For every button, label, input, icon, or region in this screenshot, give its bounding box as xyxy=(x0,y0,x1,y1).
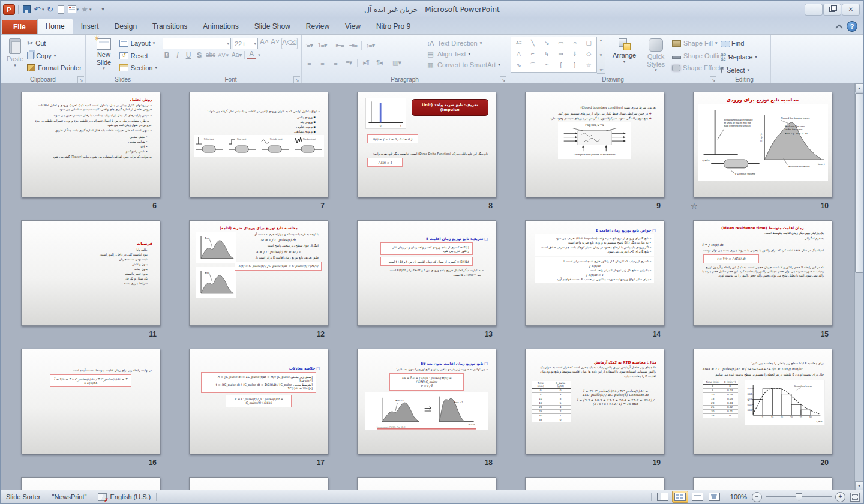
clear-formatting-button[interactable]: A⌫ xyxy=(281,38,298,49)
slide-thumbnail-12[interactable]: محاسبه تابع توزیع برای ورودی ضربه (ادامه… xyxy=(189,220,328,326)
rounded-rectangle-shape-icon[interactable]: ▢ xyxy=(586,40,592,46)
font-size-combobox[interactable]: 22+▾ xyxy=(233,38,258,49)
zoom-in-button[interactable]: + xyxy=(835,492,845,502)
arc-shape-icon[interactable]: ⌒ xyxy=(530,61,536,70)
dropdown-icon[interactable]: ▾ xyxy=(89,7,92,12)
slide-thumbnail-partial[interactable] xyxy=(21,477,160,490)
align-left-icon[interactable]: ≡ xyxy=(304,59,314,67)
scroll-down-icon[interactable]: ▼ xyxy=(599,53,603,57)
align-text-button[interactable]: ▤Align Text▾ xyxy=(425,49,500,59)
scroll-up-icon[interactable]: ▲ xyxy=(599,38,603,42)
powerpoint-logo-icon[interactable]: P xyxy=(3,4,15,15)
scrollbar-thumb[interactable] xyxy=(855,93,863,273)
slide-sorter-area[interactable]: روش تحلیل– در روشهای کنترل مبتنی بر مدل،… xyxy=(1,83,854,490)
scribble-shape-icon[interactable]: ∿ xyxy=(516,62,521,68)
zoom-slider-thumb[interactable] xyxy=(796,493,802,501)
slide-thumbnail-10[interactable]: محاسبه تابع توزیع برای ورودی Instantaneo… xyxy=(693,92,832,197)
justify-icon[interactable]: ≡▾ xyxy=(344,59,353,67)
theme-status[interactable]: "NewsPrint" xyxy=(46,490,92,503)
redo-icon[interactable]: ↻ xyxy=(46,4,55,15)
text-box-shape-icon[interactable]: A≡ xyxy=(516,40,522,46)
customize-qat-icon[interactable]: ▾ xyxy=(98,4,108,15)
right-brace-shape-icon[interactable]: } xyxy=(574,62,575,68)
fit-to-window-button[interactable] xyxy=(850,493,860,502)
slide-thumbnail-14[interactable]: □ خواص تابع توزیع زمان اقامت E– تابع E ب… xyxy=(525,220,664,326)
slide-thumbnail-13[interactable]: □ تعریف: تابع توزیع زمان اقامت EE(t) = ک… xyxy=(357,220,496,326)
align-right-icon[interactable]: ≡ xyxy=(331,59,340,67)
clipboard-dialog-launcher-icon[interactable]: ↘ xyxy=(77,76,84,83)
tab-animations[interactable]: Animations xyxy=(195,19,246,34)
minimize-ribbon-icon[interactable] xyxy=(835,24,843,32)
animation-indicator-star-icon[interactable]: ☆ xyxy=(691,202,698,211)
line-shape-icon[interactable]: ╲ xyxy=(531,40,535,46)
scroll-up-arrow-icon[interactable]: ▲ xyxy=(855,83,863,92)
slide-thumbnail-9[interactable]: تعریف: شرط مرزی بسته (Closed boundary co… xyxy=(525,92,664,197)
text-shadow-button[interactable]: S xyxy=(195,51,203,59)
left-to-right-icon[interactable]: ▸¶ xyxy=(361,59,371,67)
slide-show-button[interactable] xyxy=(707,491,722,502)
restore-button[interactable] xyxy=(823,4,841,16)
slide-thumbnail-8[interactable]: 0tتعریف: تابع ضربه واحد (Unit Impulse)δ(… xyxy=(357,92,496,197)
right-to-left-icon[interactable]: ¶◂ xyxy=(374,59,384,67)
slide-thumbnail-15[interactable]: زمان اقامت متوسط (Mean residence time)یک… xyxy=(693,220,832,326)
tab-insert[interactable]: Insert xyxy=(73,19,107,34)
tab-design[interactable]: Design xyxy=(107,19,145,34)
slide-thumbnail-partial[interactable] xyxy=(525,477,664,490)
convert-to-smartart-button[interactable]: ▦Convert to SmartArt▾ xyxy=(425,59,500,70)
tab-nitro-pro-9[interactable]: Nitro Pro 9 xyxy=(368,19,418,34)
tab-file[interactable]: File xyxy=(2,20,37,34)
left-brace-shape-icon[interactable]: { xyxy=(560,62,562,68)
bold-button[interactable]: B xyxy=(163,51,171,59)
slide-thumbnail-11[interactable]: فرضیاتحالت پایانبود انباشت کلی در داخل ر… xyxy=(21,220,160,326)
view-status[interactable]: Slide Sorter xyxy=(1,490,46,503)
line-spacing-icon[interactable]: ↕≡▾ xyxy=(365,41,375,49)
increase-indent-icon[interactable]: ⇥≡ xyxy=(348,41,358,49)
slide-sorter-view-button[interactable] xyxy=(672,491,688,503)
section-button[interactable]: Section▾ xyxy=(119,62,157,73)
font-name-combobox[interactable]: ▾ xyxy=(163,38,231,49)
rectangle-shape-icon[interactable]: ▭ xyxy=(558,40,563,46)
dropdown-icon[interactable]: ▾ xyxy=(77,7,79,12)
decrease-indent-icon[interactable]: ⇤≡ xyxy=(335,41,344,49)
help-icon[interactable]: ? xyxy=(847,21,857,32)
shapes-gallery[interactable]: A≡ ╲ ↘ ▭ ○ ▢ △ ⌐ ↳ ⇒ ⇓ ◇ ∿ ⌒ ~ xyxy=(511,37,597,73)
shrink-font-button[interactable]: A˅ xyxy=(271,38,280,49)
undo-dropdown-icon[interactable]: ▾ xyxy=(42,7,44,12)
zoom-percentage[interactable]: 100% xyxy=(725,493,752,500)
layout-button[interactable]: Layout▾ xyxy=(119,38,157,49)
slide-thumbnail-19[interactable]: مثال: محاسبه RTD به کمک آزمایشداده های ز… xyxy=(525,349,664,454)
paragraph-dialog-launcher-icon[interactable]: ↘ xyxy=(500,76,506,83)
align-center-icon[interactable]: ≡ xyxy=(317,59,327,67)
oval-shape-icon[interactable]: ○ xyxy=(573,40,577,46)
grow-font-button[interactable]: A˄ xyxy=(260,38,269,49)
reset-button[interactable]: ↺Reset xyxy=(119,50,157,61)
underline-button[interactable]: U xyxy=(184,51,193,59)
font-dialog-launcher-icon[interactable]: ↘ xyxy=(293,76,300,83)
elbow-connector-icon[interactable]: ⌐ xyxy=(531,50,535,57)
strikethrough-button[interactable]: abc xyxy=(206,52,215,58)
vertical-scrollbar[interactable]: ▲ ▼ xyxy=(854,83,863,490)
replace-button[interactable]: abacReplace▾ xyxy=(721,52,768,62)
tab-slide-show[interactable]: Slide Show xyxy=(247,19,298,34)
slide-thumbnail-6[interactable]: روش تحلیل– در روشهای کنترل مبتنی بر مدل،… xyxy=(21,92,160,197)
right-arrow-shape-icon[interactable]: ⇒ xyxy=(558,50,563,57)
character-spacing-button[interactable]: AV▾ xyxy=(218,52,229,58)
select-button[interactable]: Select▾ xyxy=(721,65,768,76)
find-button[interactable]: Find xyxy=(721,38,768,49)
new-document-icon[interactable] xyxy=(56,4,66,15)
format-painter-button[interactable]: Format Painter xyxy=(27,62,82,73)
slide-thumbnail-20[interactable]: برای محاسبه E ابتدا سطح زیر منحنی را محا… xyxy=(693,349,832,454)
minimize-button[interactable]: — xyxy=(805,4,823,16)
reading-view-button[interactable] xyxy=(690,491,705,502)
columns-icon[interactable]: ▥▾ xyxy=(392,59,401,67)
bullets-icon[interactable]: :≡▾ xyxy=(304,41,314,49)
tab-view[interactable]: View xyxy=(337,19,368,34)
arrow-shape-icon[interactable]: ↘ xyxy=(544,40,549,46)
curve-shape-icon[interactable]: ~ xyxy=(545,62,548,68)
undo-icon[interactable]: ↶ xyxy=(32,4,42,15)
italic-button[interactable]: I xyxy=(173,51,182,59)
change-case-button[interactable]: Aa▾ xyxy=(232,52,242,58)
numbering-icon[interactable]: 1≡▾ xyxy=(317,41,327,49)
spelling-status[interactable]: English (U.S.) xyxy=(92,490,156,503)
arrange-button[interactable]: Arrange▾ xyxy=(609,37,640,74)
